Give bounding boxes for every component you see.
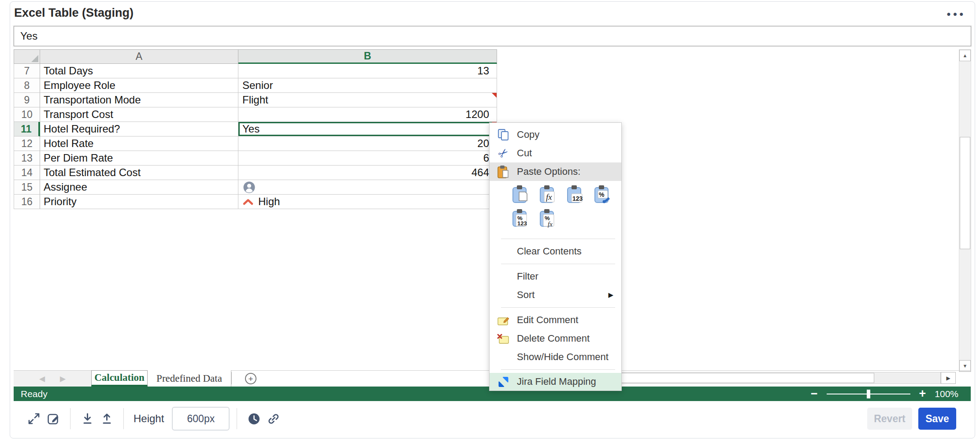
row-header-16[interactable]: 16 bbox=[14, 195, 40, 209]
paste-values-number-formatting-icon[interactable]: % 123 bbox=[510, 207, 532, 229]
cell-a10[interactable]: Transport Cost bbox=[40, 107, 238, 122]
menu-item-delete-comment[interactable]: Delete Comment bbox=[490, 329, 621, 348]
menu-item-paste-options[interactable]: Paste Options: bbox=[490, 162, 621, 181]
zoom-out-icon[interactable]: − bbox=[811, 388, 818, 400]
horizontal-scroll-thumb[interactable] bbox=[590, 373, 874, 383]
cell-b10[interactable]: 1200 bbox=[238, 107, 497, 122]
menu-item-filter[interactable]: Filter bbox=[490, 267, 621, 286]
cell-a14[interactable]: Total Estimated Cost bbox=[40, 166, 238, 180]
edit-icon[interactable] bbox=[44, 409, 63, 428]
select-all-corner[interactable] bbox=[14, 49, 40, 64]
scroll-right-icon[interactable]: ▶ bbox=[941, 372, 956, 384]
paste-formulas-number-formatting-icon[interactable]: % fx bbox=[537, 207, 559, 229]
cut-icon: ✂ bbox=[495, 146, 512, 160]
menu-divider bbox=[501, 369, 615, 370]
formula-bar[interactable]: Yes bbox=[14, 26, 971, 46]
cell-b16[interactable]: High bbox=[238, 195, 497, 209]
row-header-10[interactable]: 10 bbox=[14, 107, 40, 122]
menu-item-jira-field-mapping[interactable]: Jira Field Mapping bbox=[490, 373, 621, 390]
menu-item-sort[interactable]: Sort ▶ bbox=[490, 286, 621, 304]
cell-b15[interactable] bbox=[238, 180, 497, 195]
corner-triangle-icon bbox=[31, 55, 38, 62]
cell-b8[interactable]: Senior bbox=[238, 78, 497, 93]
vertical-scrollbar[interactable]: ▲ ▼ bbox=[959, 49, 971, 372]
table-row: 15 Assignee bbox=[14, 180, 497, 195]
revert-button[interactable]: Revert bbox=[867, 408, 912, 430]
cell-b12[interactable]: 20 bbox=[238, 136, 497, 151]
footer-actions: Revert Save bbox=[867, 408, 974, 430]
spreadsheet-grid: 7 Total Days 13 8 Employee Role Senior 9… bbox=[14, 64, 497, 209]
row-header-12[interactable]: 12 bbox=[14, 136, 40, 151]
menu-divider bbox=[501, 239, 615, 239]
table-row: 13 Per Diem Rate 6 bbox=[14, 151, 497, 166]
comment-marker-icon bbox=[492, 93, 497, 98]
next-sheet-icon[interactable]: ▶ bbox=[60, 374, 66, 383]
menu-item-edit-comment[interactable]: Edit Comment bbox=[490, 311, 621, 329]
menu-item-clear-contents[interactable]: Clear Contents bbox=[490, 242, 621, 261]
svg-text:fx: fx bbox=[548, 221, 553, 228]
row-header-8[interactable]: 8 bbox=[14, 78, 40, 93]
cell-b11-value: Yes bbox=[242, 123, 260, 135]
cell-a16[interactable]: Priority bbox=[40, 195, 238, 209]
row-header-11[interactable]: 11 bbox=[14, 122, 40, 136]
formula-bar-value: Yes bbox=[14, 30, 37, 42]
copy-icon bbox=[495, 128, 512, 141]
table-row: 11 Hotel Required? Yes bbox=[14, 122, 497, 136]
paste-formulas-icon[interactable]: fx bbox=[537, 184, 559, 206]
cell-b9-value: Flight bbox=[242, 94, 268, 106]
zoom-in-icon[interactable]: + bbox=[919, 388, 926, 400]
paste-icon bbox=[495, 165, 512, 179]
menu-item-cut[interactable]: ✂ Cut bbox=[490, 144, 621, 162]
scroll-up-icon[interactable]: ▲ bbox=[959, 50, 971, 61]
row-header-9[interactable]: 9 bbox=[14, 93, 40, 107]
menu-item-copy[interactable]: Copy bbox=[490, 125, 621, 144]
paste-formatting-icon[interactable]: % bbox=[592, 184, 614, 206]
cell-a13[interactable]: Per Diem Rate bbox=[40, 151, 238, 166]
cell-a12[interactable]: Hotel Rate bbox=[40, 136, 238, 151]
cell-b13[interactable]: 6 bbox=[238, 151, 497, 166]
cell-b9[interactable]: Flight bbox=[238, 93, 497, 107]
tab-calculation[interactable]: Calculation bbox=[91, 370, 148, 387]
paste-icon[interactable] bbox=[510, 184, 532, 206]
fullscreen-icon[interactable] bbox=[24, 409, 44, 428]
row-header-15[interactable]: 15 bbox=[14, 180, 40, 195]
column-header-a[interactable]: A bbox=[40, 49, 238, 64]
tab-predefined-data[interactable]: Predefined Data bbox=[148, 370, 231, 387]
cell-a15[interactable]: Assignee bbox=[40, 180, 238, 195]
table-row: 12 Hotel Rate 20 bbox=[14, 136, 497, 151]
download-icon[interactable] bbox=[78, 409, 97, 428]
more-options-icon[interactable]: ••• bbox=[947, 8, 966, 20]
link-icon[interactable] bbox=[264, 409, 283, 428]
row-header-7[interactable]: 7 bbox=[14, 64, 40, 78]
paste-values-icon[interactable]: 123 bbox=[564, 184, 587, 206]
zoom-slider-thumb[interactable] bbox=[867, 390, 870, 398]
save-button[interactable]: Save bbox=[918, 408, 956, 430]
cell-b11-selected[interactable]: Yes bbox=[238, 122, 497, 136]
context-menu: Copy ✂ Cut Paste Options: bbox=[489, 122, 622, 391]
zoom-slider[interactable] bbox=[827, 390, 910, 398]
upload-icon[interactable] bbox=[97, 409, 116, 428]
history-clock-icon[interactable] bbox=[244, 409, 264, 428]
cell-a11[interactable]: Hotel Required? bbox=[40, 122, 238, 136]
submenu-arrow-icon: ▶ bbox=[608, 291, 613, 299]
table-row: 8 Employee Role Senior bbox=[14, 78, 497, 93]
table-row: 14 Total Estimated Cost 464 bbox=[14, 166, 497, 180]
height-input[interactable]: 600px bbox=[172, 407, 230, 431]
cell-a7[interactable]: Total Days bbox=[40, 64, 238, 78]
table-row: 7 Total Days 13 bbox=[14, 64, 497, 78]
row-header-14[interactable]: 14 bbox=[14, 166, 40, 180]
jira-logo-icon bbox=[495, 376, 512, 388]
row-header-13[interactable]: 13 bbox=[14, 151, 40, 166]
vertical-scroll-thumb[interactable] bbox=[960, 137, 970, 249]
column-header-b[interactable]: B bbox=[238, 49, 497, 64]
cell-a9[interactable]: Transportation Mode bbox=[40, 93, 238, 107]
add-sheet-icon[interactable]: + bbox=[245, 373, 256, 384]
prev-sheet-icon[interactable]: ◀ bbox=[39, 374, 45, 383]
cell-b7[interactable]: 13 bbox=[238, 64, 497, 78]
menu-item-show-hide-comment[interactable]: Show/Hide Comment bbox=[490, 348, 621, 366]
cell-b14[interactable]: 464 bbox=[238, 166, 497, 180]
priority-high-icon bbox=[242, 198, 254, 206]
height-label: Height bbox=[134, 413, 164, 425]
horizontal-scrollbar[interactable] bbox=[588, 372, 941, 384]
cell-a8[interactable]: Employee Role bbox=[40, 78, 238, 93]
